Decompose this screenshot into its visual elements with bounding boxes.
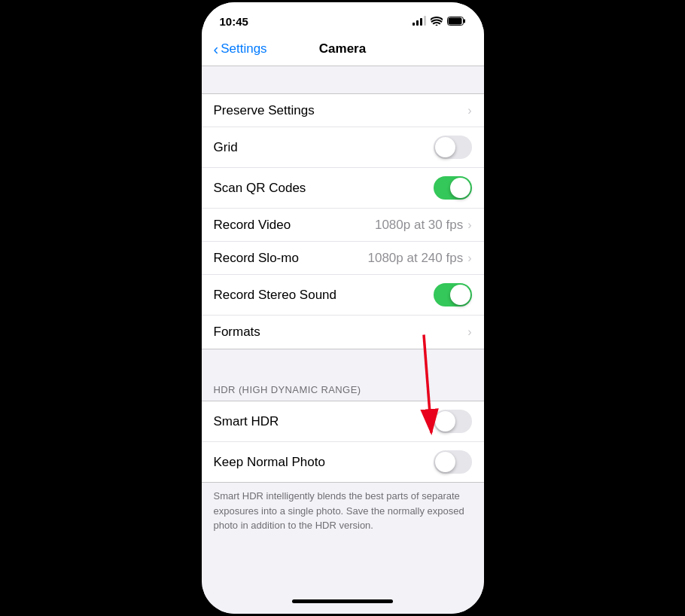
smart-hdr-toggle-knob [435,411,455,432]
grid-toggle-knob [435,137,455,157]
record-slo-mo-right: 1080p at 240 fps › [368,251,472,266]
record-slo-mo-label: Record Slo-mo [214,251,299,266]
settings-group-main: Preserve Settings › Grid Scan QR Codes R… [202,93,484,349]
nav-bar: ‹ Settings Camera [202,35,484,66]
formats-right: › [467,325,471,339]
back-button[interactable]: ‹ Settings [214,41,267,58]
home-indicator [202,588,484,614]
status-bar: 10:45 [202,2,484,35]
keep-normal-photo-label: Keep Normal Photo [214,455,325,470]
back-label: Settings [221,41,266,56]
hdr-section-header: HDR (HIGH DYNAMIC RANGE) [202,377,484,401]
content: Preserve Settings › Grid Scan QR Codes R… [202,66,484,588]
formats-chevron-icon: › [467,325,471,339]
keep-normal-photo-toggle[interactable] [434,450,472,474]
scan-qr-toggle-knob [450,178,470,198]
settings-group-hdr: Smart HDR Keep Normal Photo [202,401,484,483]
record-video-row[interactable]: Record Video 1080p at 30 fps › [202,209,484,242]
record-stereo-sound-row: Record Stereo Sound [202,275,484,316]
signal-icon [413,17,426,26]
svg-rect-2 [448,18,461,25]
preserve-settings-row[interactable]: Preserve Settings › [202,94,484,127]
chevron-right-icon: › [467,104,471,117]
formats-label: Formats [214,325,260,340]
section-gap-hdr [202,349,484,377]
grid-label: Grid [214,140,238,155]
phone-frame: 10:45 ‹ [202,2,484,614]
home-bar [292,599,393,603]
status-icons [413,17,466,26]
record-stereo-sound-toggle[interactable] [434,283,472,306]
record-slo-mo-value: 1080p at 240 fps [368,251,464,266]
svg-rect-1 [463,20,465,23]
page-title: Camera [319,41,366,56]
preserve-settings-label: Preserve Settings [214,103,315,118]
preserve-settings-right: › [467,104,471,117]
record-slo-mo-chevron-icon: › [467,252,471,265]
hdr-header-text: HDR (HIGH DYNAMIC RANGE) [214,384,361,395]
keep-normal-photo-toggle-knob [435,452,455,472]
grid-row: Grid [202,127,484,168]
record-video-chevron-icon: › [467,218,471,232]
status-time: 10:45 [220,15,248,28]
top-spacer [202,66,484,93]
keep-normal-photo-row: Keep Normal Photo [202,442,484,482]
scan-qr-row: Scan QR Codes [202,168,484,209]
formats-row[interactable]: Formats › [202,316,484,349]
battery-icon [447,17,466,26]
hdr-description: Smart HDR intelligently blends the best … [202,483,484,545]
record-video-label: Record Video [214,218,291,233]
record-slo-mo-row[interactable]: Record Slo-mo 1080p at 240 fps › [202,242,484,275]
record-video-right: 1080p at 30 fps › [375,218,472,233]
record-stereo-sound-toggle-knob [450,285,470,305]
back-chevron-icon: ‹ [214,41,219,58]
smart-hdr-toggle[interactable] [434,410,472,433]
smart-hdr-row: Smart HDR [202,401,484,442]
scan-qr-toggle[interactable] [434,176,472,200]
record-stereo-sound-label: Record Stereo Sound [214,288,337,303]
smart-hdr-label: Smart HDR [214,414,279,429]
wifi-icon [431,17,443,26]
record-video-value: 1080p at 30 fps [375,218,463,233]
grid-toggle[interactable] [434,136,472,159]
scan-qr-label: Scan QR Codes [214,181,306,196]
